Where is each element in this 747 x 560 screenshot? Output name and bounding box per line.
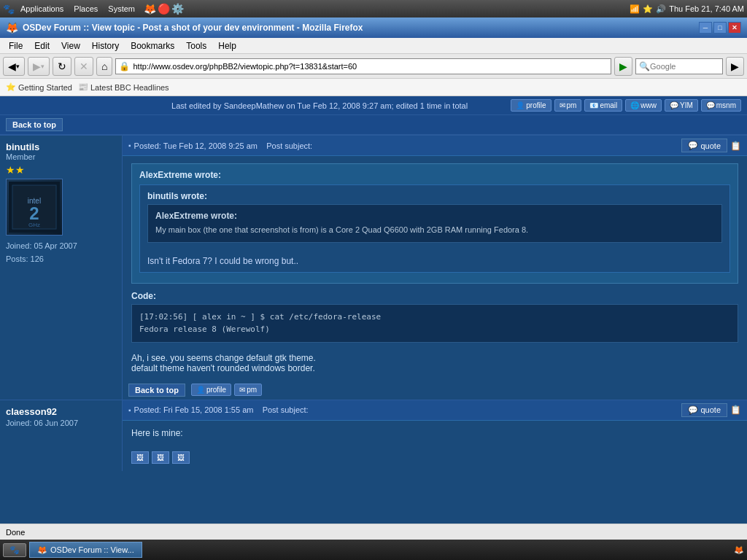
bookmark-getting-started[interactable]: ⭐ Getting Started — [6, 82, 72, 92]
innermost-quote: AlexExtreme wrote: My main box (the one … — [147, 204, 722, 243]
menu-help[interactable]: Help — [212, 39, 242, 52]
os-topbar-right: 📶 ⭐ 🔊 Thu Feb 21, 7:40 AM — [630, 4, 744, 14]
post-section-1: binutils Member ★★ intel 2 GHz — [0, 135, 747, 400]
img-icon-2[interactable]: 🖼 — [152, 451, 169, 464]
menu-history[interactable]: History — [86, 39, 125, 52]
os-system-menu[interactable]: System — [104, 4, 139, 13]
post-date-1: Posted: Tue Feb 12, 2008 9:25 am — [134, 141, 258, 150]
status-text: Done — [6, 528, 25, 537]
taskbar-firefox-icon-right: 🦊 — [734, 545, 744, 555]
profile-icon-top: 👤 — [516, 101, 525, 109]
address-icon: 🔒 — [119, 61, 130, 71]
go-icon: ▶ — [619, 61, 627, 72]
close-button[interactable]: ✕ — [728, 22, 741, 34]
address-input[interactable] — [133, 62, 608, 71]
post-subject-label-2: Post subject: — [263, 405, 309, 414]
forward-dropdown-icon: ▾ — [41, 63, 44, 70]
taskbar-browser-item[interactable]: 🦊 OSDev Forum :: View... — [29, 542, 142, 558]
back-icon: ◀ — [8, 61, 16, 72]
menu-edit[interactable]: Edit — [28, 39, 55, 52]
stop-button[interactable]: ✕ — [74, 57, 93, 76]
quote-button-1[interactable]: 💬 quote — [681, 139, 727, 152]
profile-btn-top[interactable]: 👤 profile — [511, 99, 551, 112]
menu-tools[interactable]: Tools — [180, 39, 212, 52]
window-controls: ─ □ ✕ — [699, 22, 741, 34]
reload-icon: ↻ — [58, 61, 66, 72]
post-meta-1: Posted: Tue Feb 12, 2008 9:25 am Post su… — [134, 141, 682, 150]
menu-view[interactable]: View — [55, 39, 86, 52]
www-btn-top[interactable]: 🌐 www — [625, 99, 662, 112]
user-joined-2: Joined: 06 Jun 2007 — [6, 417, 116, 430]
post-meta-2: Posted: Fri Feb 15, 2008 1:55 am Post su… — [134, 405, 682, 414]
innermost-quote-author: AlexExtreme wrote: — [155, 211, 714, 221]
back-to-top-link-footer-1[interactable]: Back to top — [128, 384, 185, 397]
search-bar-container[interactable]: 🔍 — [635, 58, 723, 74]
inner-quote-reply: Isn't it Fedora 7? I could be wrong but.… — [147, 256, 722, 266]
svg-text:2: 2 — [29, 203, 39, 223]
quote-button-2[interactable]: 💬 quote — [681, 403, 727, 417]
os-places-menu[interactable]: Places — [69, 4, 102, 13]
user-avatar-1: intel 2 GHz — [6, 179, 63, 236]
pm-icon-top: ✉ — [560, 101, 565, 109]
forum-content: Last edited by SandeepMathew on Tue Feb … — [0, 96, 747, 524]
edit-notice: Last edited by SandeepMathew on Tue Feb … — [128, 101, 511, 110]
menu-file[interactable]: File — [3, 39, 28, 52]
profile-btn-bottom[interactable]: 👤 profile — [191, 384, 231, 396]
innermost-quote-text: My main box (the one that screenshot is … — [155, 224, 714, 236]
bookmark-icon-2: 📰 — [78, 82, 88, 92]
search-button[interactable]: ▶ — [726, 57, 744, 76]
user-stars-1: ★★ — [6, 164, 116, 176]
yim-btn-top[interactable]: 💬 YIM — [665, 99, 698, 112]
bookmark-bbc-headlines[interactable]: 📰 Latest BBC Headlines — [78, 82, 169, 92]
start-icon: 🐾 — [9, 545, 20, 555]
code-block: [17:02:56] [ alex in ~ ] $ cat /etc/fedo… — [131, 304, 738, 343]
forward-button[interactable]: ▶ ▾ — [28, 57, 50, 76]
email-btn-top[interactable]: 📧 email — [584, 99, 622, 112]
home-icon: ⌂ — [101, 61, 107, 72]
user-rank-1: Member — [6, 152, 116, 161]
address-bar-container[interactable]: 🔒 — [115, 58, 611, 74]
search-go-icon: ▶ — [731, 61, 739, 72]
post-footer-1: Back to top 👤 profile ✉ pm — [123, 381, 747, 400]
inner-quote: binutils wrote: AlexExtreme wrote: My ma… — [139, 184, 730, 273]
back-button[interactable]: ◀ ▾ — [3, 57, 25, 76]
home-button[interactable]: ⌂ — [96, 57, 112, 76]
code-line-1: [17:02:56] [ alex in ~ ] $ cat /etc/fedo… — [139, 311, 730, 324]
yim-icon-top: 💬 — [670, 101, 678, 109]
post-body-2: Here is mine: 🖼 🖼 🖼 — [123, 421, 747, 471]
msnm-icon-top: 💬 — [706, 101, 715, 109]
user-info-2: Joined: 06 Jun 2007 — [6, 417, 116, 430]
post-body-1: AlexExtreme wrote: binutils wrote: AlexE… — [123, 156, 747, 381]
browser-title: OSDev Forum :: View topic - Post a shot … — [23, 23, 699, 33]
outer-quote-author: AlexExtreme wrote: — [139, 170, 730, 180]
post-report-icon-2[interactable]: 📋 — [730, 405, 741, 415]
img-icon-3[interactable]: 🖼 — [172, 451, 190, 464]
back-to-top-link[interactable]: Back to top — [6, 118, 63, 131]
outer-quote: AlexExtreme wrote: binutils wrote: AlexE… — [131, 163, 738, 284]
restore-button[interactable]: □ — [713, 22, 727, 34]
pm-btn-bottom[interactable]: ✉ pm — [234, 384, 262, 396]
forward-icon: ▶ — [33, 61, 41, 72]
profile-icon-bottom: 👤 — [196, 386, 205, 394]
post-body-line2: default theme haven't rounded windows bo… — [131, 363, 738, 373]
img-icon-1[interactable]: 🖼 — [131, 451, 149, 464]
post-date-2: Posted: Fri Feb 15, 2008 1:55 am — [134, 405, 254, 414]
bookmark-label-2: Latest BBC Headlines — [90, 83, 169, 92]
go-button[interactable]: ▶ — [614, 57, 632, 76]
os-topbar-left: 🐾 Applications Places System 🦊 🔴 ⚙️ — [3, 3, 184, 15]
reload-button[interactable]: ↻ — [53, 57, 71, 76]
taskbar-start[interactable]: 🐾 — [3, 543, 26, 557]
back-to-top-row: Back to top — [0, 115, 747, 135]
taskbar-browser-label: OSDev Forum :: View... — [50, 545, 134, 554]
msnm-btn-top[interactable]: 💬 msnm — [701, 99, 741, 112]
username-2: claesson92 — [6, 406, 116, 417]
os-apps-menu[interactable]: Applications — [16, 4, 68, 13]
post-header-2: ▪ Posted: Fri Feb 15, 2008 1:55 am Post … — [123, 400, 747, 421]
pm-btn-top[interactable]: ✉ pm — [554, 99, 582, 112]
post-report-icon-1[interactable]: 📋 — [730, 141, 741, 151]
minimize-button[interactable]: ─ — [699, 22, 712, 34]
post-new-icon-2: ▪ — [128, 406, 131, 414]
menu-bookmarks[interactable]: Bookmarks — [125, 39, 180, 52]
search-input[interactable] — [650, 62, 719, 71]
code-line-2: Fedora release 8 (Werewolf) — [139, 323, 730, 336]
